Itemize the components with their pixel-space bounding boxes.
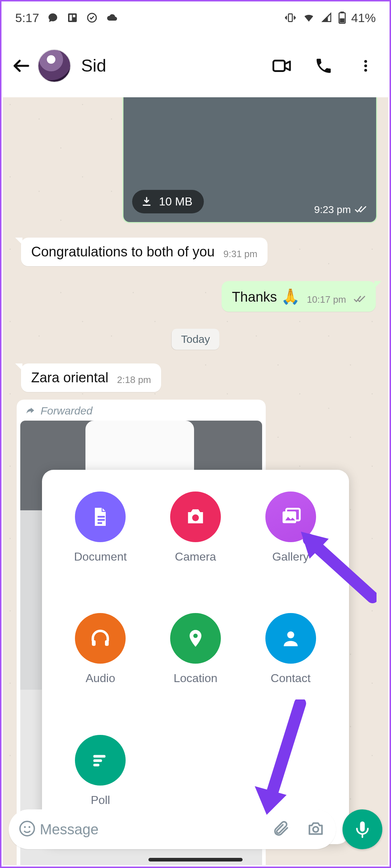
outgoing-message[interactable]: Thanks 🙏 10:17 pm [222, 281, 376, 312]
svg-point-21 [193, 634, 198, 638]
attach-contact-button[interactable]: Contact [243, 613, 338, 711]
status-time: 5:17 [15, 11, 39, 25]
person-icon [265, 613, 316, 664]
svg-rect-19 [92, 640, 96, 646]
chat-app-bar: Sid [1, 34, 390, 97]
more-options-button[interactable] [355, 55, 377, 77]
incoming-media-message[interactable]: 10 MB 9:23 pm [122, 97, 377, 223]
svg-point-22 [287, 631, 294, 638]
svg-rect-23 [93, 755, 106, 757]
svg-point-29 [313, 827, 319, 832]
svg-point-11 [364, 64, 367, 67]
message-text: Congratulations to both of you [31, 244, 215, 260]
svg-point-27 [24, 826, 26, 828]
read-ticks-icon [354, 205, 367, 214]
download-media-button[interactable]: 10 MB [132, 190, 204, 213]
status-left: 5:17 [15, 11, 119, 25]
attach-camera-button[interactable]: Camera [148, 492, 243, 590]
svg-rect-2 [73, 15, 76, 17]
svg-point-28 [29, 826, 30, 828]
svg-rect-17 [282, 511, 296, 523]
status-right: ! 41% [284, 11, 376, 25]
headphones-icon [75, 613, 126, 664]
svg-rect-0 [68, 13, 77, 22]
svg-rect-7 [341, 12, 344, 13]
message-input-bar: Message [9, 809, 382, 849]
svg-rect-1 [70, 15, 72, 21]
signal-icon: ! [321, 12, 333, 24]
svg-rect-9 [273, 60, 285, 71]
message-time: 2:18 pm [117, 374, 151, 386]
svg-rect-4 [289, 14, 293, 21]
cloud-icon [106, 12, 119, 24]
video-call-button[interactable] [271, 55, 293, 77]
app-icon [67, 12, 78, 24]
message-text: Thanks 🙏 [232, 288, 299, 305]
chat-area[interactable]: 10 MB 9:23 pm Congratulations to both of… [3, 97, 388, 865]
attach-location-button[interactable]: Location [148, 613, 243, 711]
attach-audio-button[interactable]: Audio [53, 613, 148, 711]
media-size-label: 10 MB [159, 195, 192, 208]
attach-button[interactable] [264, 820, 297, 839]
message-time: 10:17 pm [307, 294, 346, 305]
incoming-message[interactable]: Congratulations to both of you 9:31 pm [21, 238, 268, 266]
gesture-bar [148, 858, 243, 861]
forward-icon [25, 405, 35, 416]
contact-name[interactable]: Sid [81, 56, 268, 76]
location-pin-icon [170, 613, 221, 664]
voice-message-button[interactable] [342, 809, 382, 849]
date-divider: Today [172, 329, 219, 350]
svg-point-16 [192, 514, 199, 521]
sync-icon [86, 12, 98, 24]
camera-icon [170, 492, 221, 542]
svg-point-26 [20, 821, 34, 836]
status-bar: 5:17 ! 41% [1, 1, 390, 34]
battery-percent: 41% [351, 11, 376, 25]
camera-input-button[interactable] [300, 819, 331, 839]
contact-avatar[interactable] [38, 49, 71, 82]
svg-text:!: ! [328, 13, 329, 18]
chat-notification-icon [47, 12, 59, 24]
document-icon [75, 492, 126, 542]
incoming-message[interactable]: Zara oriental 2:18 pm [21, 363, 161, 392]
message-text: Zara oriental [31, 370, 108, 386]
svg-rect-14 [98, 519, 105, 521]
message-input[interactable]: Message [40, 821, 261, 838]
svg-point-10 [364, 60, 367, 63]
attach-document-button[interactable]: Document [53, 492, 148, 590]
vibrate-icon [284, 12, 297, 24]
read-ticks-icon [353, 295, 366, 305]
emoji-button[interactable] [18, 820, 36, 839]
svg-point-12 [364, 69, 367, 72]
media-timestamp: 9:23 pm [314, 204, 367, 216]
battery-icon [338, 12, 346, 24]
wifi-icon [302, 12, 316, 24]
svg-rect-20 [105, 640, 109, 646]
voice-call-button[interactable] [313, 55, 335, 77]
svg-rect-15 [98, 522, 102, 524]
svg-rect-8 [340, 18, 344, 23]
svg-rect-25 [93, 763, 100, 766]
pray-emoji: 🙏 [281, 288, 300, 305]
annotation-arrow-attach [248, 699, 313, 819]
svg-rect-13 [98, 516, 105, 518]
svg-rect-24 [93, 759, 102, 762]
forwarded-label: Forwarded [17, 400, 266, 421]
message-time: 9:31 pm [223, 248, 257, 260]
annotation-arrow-gallery [297, 528, 377, 607]
back-button[interactable] [8, 52, 35, 79]
poll-icon [75, 735, 126, 786]
